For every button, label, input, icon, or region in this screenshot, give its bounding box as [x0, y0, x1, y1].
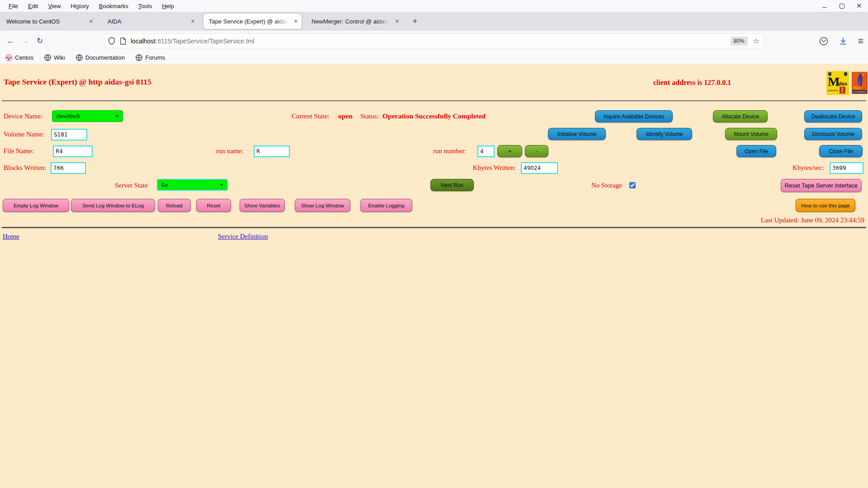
reset-button[interactable]: Reset: [196, 199, 231, 212]
url-text: localhost:8115/TapeService/TapeService.t…: [131, 38, 731, 45]
inquire-available-devices-button[interactable]: Inquire Available Devices: [595, 110, 673, 122]
device-name-select[interactable]: /dev/file/0: [52, 110, 123, 122]
menu-bookmarks[interactable]: Bookmarks: [94, 1, 133, 11]
bookmark-centos[interactable]: Centos: [5, 54, 33, 61]
menu-history[interactable]: History: [66, 1, 94, 11]
tab-bar: Welcome to CentOS ✕ AIDA ✕ Tape Service …: [0, 12, 868, 31]
server-state-label: Server State: [115, 182, 148, 189]
page-info-icon[interactable]: [120, 38, 126, 45]
server-state-select[interactable]: Go: [157, 179, 228, 191]
file-name-label: File Name:: [4, 147, 34, 155]
tab-aida[interactable]: AIDA ✕: [102, 14, 198, 29]
toolbar-right-icons: ≡: [819, 31, 863, 51]
kbytes-written-input[interactable]: [521, 162, 558, 174]
device-name-label: Device Name:: [4, 113, 42, 120]
volume-name-label: Volume Name:: [4, 131, 44, 138]
menu-bar: File Edit View History Bookmarks Tools H…: [0, 0, 868, 12]
send-log-to-elog-button[interactable]: Send Log Window to ELog: [71, 199, 155, 212]
bookmark-star-icon[interactable]: ☆: [753, 37, 760, 45]
zoom-level-badge[interactable]: 80%: [731, 37, 748, 46]
reset-tape-server-button[interactable]: Reset Tape Server Interface: [781, 179, 862, 192]
globe-icon: [136, 54, 142, 61]
svg-text:POWERED: POWERED: [853, 90, 866, 93]
server-state-value: Go: [161, 182, 168, 188]
menu-tools[interactable]: Tools: [133, 1, 157, 11]
run-number-increment-button[interactable]: +: [497, 145, 522, 157]
shield-icon[interactable]: [108, 37, 115, 45]
reload-button[interactable]: Reload: [158, 199, 191, 212]
tab-tape-service[interactable]: Tape Service (Expert) @ aidas ✕: [203, 14, 302, 29]
volume-name-input[interactable]: [51, 129, 87, 141]
divider-top: [2, 100, 866, 101]
tab-newmerger[interactable]: NewMerger: Control @ aidas- ✕: [306, 14, 403, 29]
back-icon[interactable]: ←: [4, 37, 18, 46]
identify-volume-button[interactable]: Identify Volume: [637, 128, 692, 140]
url-host: localhost: [131, 38, 156, 45]
globe-icon: [76, 54, 83, 61]
svg-text:idas: idas: [837, 81, 847, 86]
menu-file[interactable]: File: [4, 1, 23, 11]
centos-icon: [5, 54, 12, 61]
blocks-written-input[interactable]: [51, 162, 86, 174]
how-to-use-button[interactable]: How to use this page: [796, 199, 855, 212]
menu-view[interactable]: View: [43, 1, 66, 11]
menu-help[interactable]: Help: [157, 1, 179, 11]
tab-close-icon[interactable]: ✕: [191, 19, 195, 24]
file-name-input[interactable]: [53, 145, 93, 157]
run-number-input[interactable]: [477, 145, 495, 157]
svg-text:TCL!: TCL!: [853, 86, 861, 90]
divider-bottom: [2, 227, 866, 228]
show-log-window-button[interactable]: Show Log Window: [295, 199, 350, 212]
bookmark-wiki[interactable]: Wiki: [44, 54, 65, 61]
globe-icon: [44, 54, 51, 61]
tab-close-icon[interactable]: ✕: [395, 19, 399, 24]
bookmark-documentation[interactable]: Documentation: [76, 54, 125, 61]
close-file-button[interactable]: Close File: [819, 145, 863, 157]
window-controls: ✕: [822, 0, 862, 12]
tab-close-icon[interactable]: ✕: [89, 19, 93, 24]
initialise-volume-button[interactable]: Initialise Volume: [548, 128, 606, 140]
kbytes-written-label: Kbytes Written:: [473, 164, 516, 172]
midas-logo: M idas powered by: [826, 71, 849, 95]
run-number-label: run number:: [433, 147, 467, 155]
run-name-input[interactable]: [254, 145, 290, 157]
enable-logging-button[interactable]: Enable Logging: [360, 199, 412, 212]
reload-icon[interactable]: ↻: [33, 36, 47, 46]
pocket-icon[interactable]: [819, 37, 828, 46]
tab-close-icon[interactable]: ✕: [294, 19, 298, 24]
mount-volume-button[interactable]: Mount Volume: [725, 128, 777, 140]
next-run-button[interactable]: Next Run: [430, 179, 474, 191]
show-variables-button[interactable]: Show Variables: [240, 199, 285, 212]
allocate-device-button[interactable]: Allocate Device: [713, 110, 768, 122]
menu-edit[interactable]: Edit: [23, 1, 43, 11]
chevron-down-icon: [115, 115, 119, 117]
bookmarks-bar: Centos Wiki Documentation Forums: [0, 51, 868, 64]
tab-welcome-centos[interactable]: Welcome to CentOS ✕: [1, 14, 97, 29]
deallocate-device-button[interactable]: Deallocate Device: [804, 110, 862, 122]
home-link[interactable]: Home: [3, 233, 19, 240]
forward-icon[interactable]: →: [18, 37, 33, 46]
service-definition-link[interactable]: Service Definition: [218, 233, 268, 240]
tcl-powered-logo: TCL! POWERED: [852, 72, 868, 94]
no-storage-checkbox[interactable]: [629, 182, 636, 188]
run-number-decrement-button[interactable]: -: [525, 145, 548, 157]
download-icon[interactable]: [839, 37, 847, 45]
dismount-volume-button[interactable]: Dismount Volume: [804, 128, 862, 140]
maximize-icon[interactable]: [839, 3, 844, 9]
blocks-written-label: Blocks Written:: [4, 164, 47, 172]
minimize-icon[interactable]: [822, 3, 827, 9]
open-file-button[interactable]: Open File: [736, 145, 776, 157]
window-close-icon[interactable]: ✕: [856, 3, 862, 9]
run-name-label: run name:: [216, 147, 243, 155]
bookmark-forums[interactable]: Forums: [136, 54, 165, 61]
browser-window: File Edit View History Bookmarks Tools H…: [0, 0, 868, 488]
current-state-value: open: [338, 112, 353, 120]
navigation-toolbar: ← → ↻ localhost:8115/TapeService/TapeSer…: [0, 31, 868, 51]
svg-text:powered by: powered by: [828, 89, 839, 92]
empty-log-window-button[interactable]: Empty Log Window: [3, 199, 69, 212]
kbytes-sec-input[interactable]: [830, 162, 863, 174]
new-tab-button[interactable]: +: [409, 15, 421, 27]
hamburger-menu-icon[interactable]: ≡: [858, 36, 863, 46]
tape-service-page: Tape Service (Expert) @ http aidas-gsi 8…: [0, 64, 868, 488]
url-bar[interactable]: localhost:8115/TapeService/TapeService.t…: [104, 34, 763, 48]
